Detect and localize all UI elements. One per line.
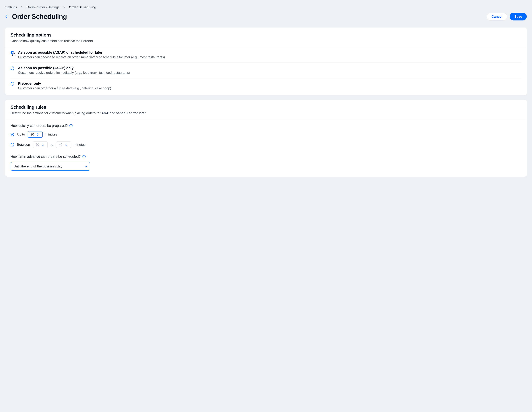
upto-minutes-value: 30 <box>30 133 35 136</box>
radio-unchecked-icon[interactable] <box>10 143 14 146</box>
svg-rect-2 <box>71 126 71 127</box>
chevron-up-icon[interactable] <box>42 143 44 145</box>
option-desc: Customers can choose to receive an order… <box>18 55 522 59</box>
save-button[interactable]: Save <box>510 13 527 20</box>
breadcrumb-item-settings[interactable]: Settings <box>5 5 17 9</box>
radio-checked-icon[interactable] <box>10 51 14 55</box>
scheduling-options-subtitle: Choose how quickly customers can receive… <box>10 39 522 43</box>
option-title: As soon as possible (ASAP) only <box>18 66 522 70</box>
advance-text: How far in advance can orders be schedul… <box>10 155 81 159</box>
scheduling-options-card: Scheduling options Choose how quickly cu… <box>5 27 527 95</box>
chevron-right-icon <box>63 6 65 9</box>
chevron-down-icon[interactable] <box>37 135 39 136</box>
radio-checked-icon[interactable] <box>10 133 14 136</box>
between-label: Between <box>17 143 30 147</box>
breadcrumb-item-current: Order Scheduling <box>69 5 96 9</box>
upto-label: Up to <box>17 133 25 136</box>
rules-subtitle-prefix: Determine the options for customers when… <box>10 111 101 115</box>
chevron-down-icon <box>85 165 87 168</box>
option-asap-or-scheduled[interactable]: As soon as possible (ASAP) or scheduled … <box>10 47 522 63</box>
scheduling-rules-card: Scheduling rules Determine the options f… <box>5 100 527 177</box>
info-icon[interactable] <box>83 155 86 158</box>
advance-select-value: Until the end of the business day <box>14 165 62 168</box>
chevron-up-icon[interactable] <box>65 143 67 145</box>
prep-time-label: How quickly can orders be prepared? <box>10 124 522 128</box>
upto-minutes-stepper[interactable]: 30 <box>28 131 43 138</box>
chevron-down-icon[interactable] <box>42 145 44 146</box>
rules-subtitle-bold: ASAP or scheduled for later. <box>101 111 147 115</box>
between-low-stepper[interactable]: 20 <box>33 141 48 148</box>
cancel-button[interactable]: Cancel <box>487 13 507 20</box>
minutes-label: minutes <box>74 143 86 147</box>
chevron-right-icon <box>21 6 23 9</box>
radio-unchecked-icon[interactable] <box>10 66 14 70</box>
svg-point-4 <box>84 156 84 156</box>
option-preorder-only[interactable]: Preorder only Customers can order for a … <box>10 78 522 95</box>
svg-point-1 <box>71 125 71 125</box>
page-title: Order Scheduling <box>12 13 67 20</box>
page-header: Order Scheduling Cancel Save <box>5 13 527 20</box>
option-desc: Customers receive orders immediately (e.… <box>18 71 522 75</box>
option-title: As soon as possible (ASAP) or scheduled … <box>18 50 522 55</box>
breadcrumb-item-online-orders[interactable]: Online Orders Settings <box>27 5 59 9</box>
prep-between-row[interactable]: Between 20 to 40 minutes <box>10 141 522 148</box>
prep-upto-row[interactable]: Up to 30 minutes <box>10 131 522 138</box>
option-desc: Customers can order for a future date (e… <box>18 86 522 90</box>
scheduling-rules-subtitle: Determine the options for customers when… <box>10 111 522 115</box>
prep-time-text: How quickly can orders be prepared? <box>10 124 68 128</box>
radio-unchecked-icon[interactable] <box>10 82 14 86</box>
between-low-value: 20 <box>36 143 40 147</box>
advance-select[interactable]: Until the end of the business day <box>10 162 90 171</box>
option-asap-only[interactable]: As soon as possible (ASAP) only Customer… <box>10 63 522 78</box>
minutes-label: minutes <box>45 133 57 136</box>
back-button[interactable] <box>5 15 8 18</box>
to-label: to <box>50 143 53 147</box>
between-high-stepper[interactable]: 40 <box>56 141 71 148</box>
info-icon[interactable] <box>69 124 73 127</box>
breadcrumb: Settings Online Orders Settings Order Sc… <box>5 5 527 9</box>
option-title: Preorder only <box>18 82 522 86</box>
chevron-down-icon[interactable] <box>65 145 67 146</box>
between-high-value: 40 <box>59 143 63 147</box>
scheduling-options-title: Scheduling options <box>10 32 522 37</box>
chevron-up-icon[interactable] <box>37 133 39 134</box>
scheduling-rules-title: Scheduling rules <box>10 105 522 110</box>
advance-label: How far in advance can orders be schedul… <box>10 155 522 159</box>
svg-rect-5 <box>84 156 84 157</box>
